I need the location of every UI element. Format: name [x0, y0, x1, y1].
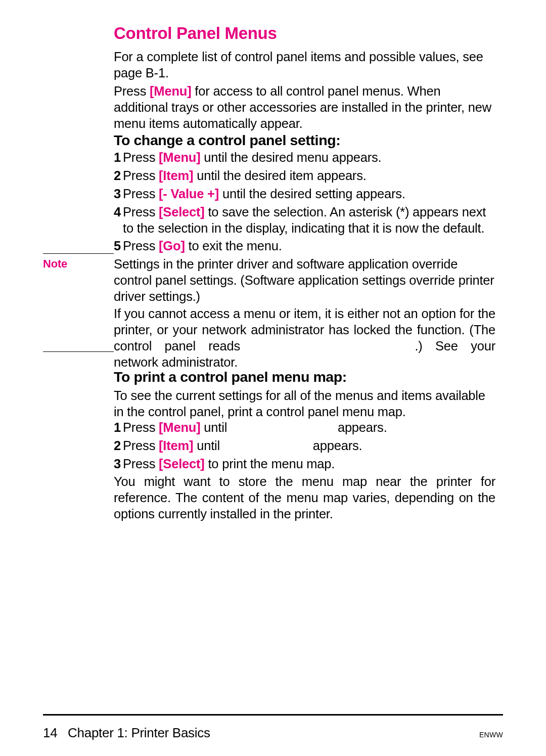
note-paragraph-1: Settings in the printer driver and softw… [114, 256, 495, 305]
subheading-print-map: To print a control panel menu map: [114, 368, 495, 386]
text: Press [114, 84, 150, 98]
go-key: [Go] [159, 239, 185, 253]
text: Press [123, 150, 159, 164]
text: Press [123, 457, 159, 471]
list-item: 1 Press [Menu] until the desired menu ap… [114, 150, 495, 166]
text: Press [123, 239, 159, 253]
text: Settings in the printer driver and softw… [114, 257, 494, 303]
chapter-name: Chapter 1: Printer Basics [68, 725, 210, 740]
note-label: Note [43, 257, 67, 270]
text: until the desired item appears. [193, 168, 366, 183]
footer-left: 14 Chapter 1: Printer Basics [43, 725, 210, 741]
text: until [193, 438, 223, 453]
text: until the desired menu appears. [200, 150, 381, 164]
divider-rule [43, 351, 114, 352]
list-item: 3 Press [Select] to print the menu map. [114, 456, 495, 472]
list-number: 3 [114, 186, 123, 202]
item-key: [Item] [159, 168, 193, 183]
list-number: 2 [114, 438, 123, 454]
text: You might want to store the menu map nea… [114, 474, 495, 521]
list-item: 4 Press [Select] to save the selection. … [114, 204, 495, 237]
text: Press [123, 187, 159, 201]
item-key: [Item] [159, 438, 193, 453]
text: Press [123, 168, 159, 183]
note-paragraph-2: If you cannot access a menu or item, it … [114, 306, 495, 371]
list-number: 3 [114, 456, 123, 472]
select-key: [Select] [159, 205, 205, 219]
text: to exit the menu. [185, 239, 282, 253]
ordered-list-print-map: 1 Press [Menu] until appears. 2 Press [I… [114, 420, 495, 474]
menu-key: [Menu] [159, 150, 200, 164]
text: until the desired setting appears. [219, 187, 405, 201]
divider-rule [43, 253, 114, 254]
footer-right: ENWW [479, 731, 503, 740]
list-item: 5 Press [Go] to exit the menu. [114, 238, 495, 254]
menu-key: [Menu] [150, 84, 191, 98]
list-number: 4 [114, 204, 123, 237]
list-item: 2 Press [Item] until appears. [114, 438, 495, 454]
page-number: 14 [43, 725, 57, 740]
list-item: 1 Press [Menu] until appears. [114, 420, 495, 436]
text: Press [123, 438, 159, 453]
text: Press [123, 420, 159, 434]
text: to print the menu map. [205, 457, 335, 471]
subheading-change-setting: To change a control panel setting: [114, 131, 495, 150]
text: Press [123, 205, 159, 219]
ordered-list-change-setting: 1 Press [Menu] until the desired menu ap… [114, 150, 495, 256]
text: until [200, 420, 231, 434]
intro-paragraph-1: For a complete list of control panel ite… [114, 49, 495, 81]
list-number: 5 [114, 238, 123, 254]
menu-key: [Menu] [159, 420, 200, 434]
page-footer: 14 Chapter 1: Printer Basics ENWW [43, 714, 503, 741]
text: For a complete list of control panel ite… [114, 50, 483, 80]
value-key: [- Value +] [159, 187, 219, 201]
page-title: Control Panel Menus [114, 23, 495, 43]
intro-paragraph-2: Press [Menu] for access to all control p… [114, 83, 495, 132]
map-intro-paragraph: To see the current settings for all of t… [114, 388, 495, 420]
list-number: 1 [114, 420, 123, 436]
list-number: 1 [114, 150, 123, 166]
text: appears. [334, 420, 387, 434]
list-item: 3 Press [- Value +] until the desired se… [114, 186, 495, 202]
list-item: 2 Press [Item] until the desired item ap… [114, 168, 495, 184]
map-outro-paragraph: You might want to store the menu map nea… [114, 474, 495, 522]
select-key: [Select] [159, 457, 205, 471]
text: appears. [309, 438, 362, 453]
text: To see the current settings for all of t… [114, 388, 485, 419]
list-number: 2 [114, 168, 123, 184]
